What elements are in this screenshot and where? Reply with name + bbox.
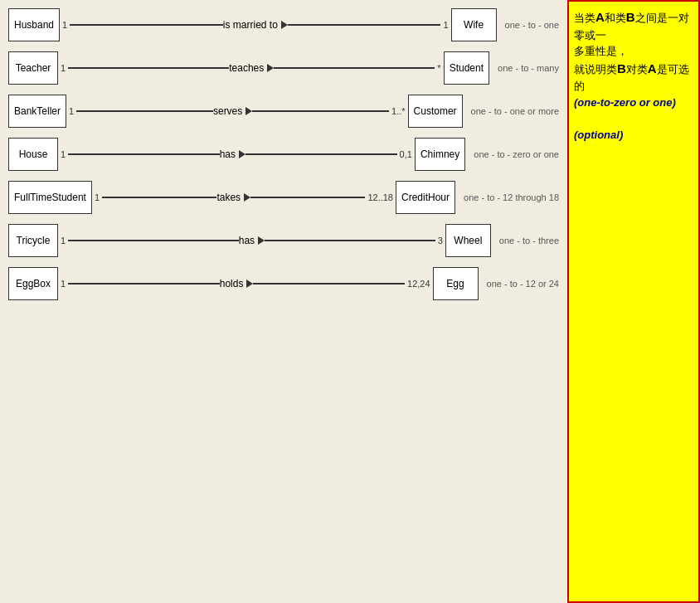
line-left-tricycle-wheel	[68, 240, 239, 241]
connector-fulltimestudent-credithour: takes	[102, 192, 365, 203]
multiplicity-bankteller-customer: one - to - one or more	[471, 106, 559, 116]
cardinality-right-tricycle-wheel: 3	[438, 236, 443, 246]
row-husband-wife: Husband1is married to 1Wifeone - to - on…	[8, 8, 559, 41]
line-left-eggbox-egg	[68, 283, 220, 284]
cardinality-left-eggbox-egg: 1	[61, 279, 66, 289]
line-left-fulltimestudent-credithour	[102, 197, 216, 198]
line-right-teacher-student	[274, 67, 435, 69]
entity-student: Student	[444, 51, 489, 85]
cardinality-left-fulltimestudent-credithour: 1	[95, 192, 100, 202]
arrow-tricycle-wheel	[258, 236, 265, 245]
connector-teacher-student: teaches	[68, 62, 435, 74]
cardinality-right-bankteller-customer: 1..*	[391, 106, 406, 116]
multiplicity-teacher-student: one - to - many	[498, 63, 559, 73]
annotation-text: 当类A和类B之间是一对零或一 多重性是， 就说明类B对类A是可选的 (one-t…	[574, 8, 693, 143]
relation-label-fulltimestudent-credithour: takes	[216, 192, 250, 203]
connector-tricycle-wheel: has	[68, 235, 435, 246]
cardinality-right-fulltimestudent-credithour: 12..18	[367, 192, 393, 202]
entity-chimney: Chimney	[415, 138, 465, 171]
bold-B2: B	[617, 61, 626, 75]
cardinality-left-teacher-student: 1	[61, 63, 66, 73]
entity-house: House	[8, 138, 58, 171]
entity-egg: Egg	[433, 267, 479, 300]
line-right-husband-wife	[288, 24, 441, 26]
line-left-husband-wife	[70, 24, 223, 26]
bold-B1: B	[626, 10, 635, 24]
relation-label-house-chimney: has	[220, 148, 245, 160]
arrow-husband-wife	[281, 21, 288, 29]
row-house-chimney: House1has 0,1Chimneyone - to - zero or o…	[8, 138, 559, 171]
arrow-eggbox-egg	[246, 280, 253, 288]
entity-credithour: CreditHour	[396, 181, 455, 214]
connector-eggbox-egg: holds	[68, 278, 405, 289]
bold-A2: A	[648, 61, 657, 75]
emphasis-optional: (optional)	[574, 129, 623, 141]
cardinality-left-tricycle-wheel: 1	[61, 236, 66, 246]
cardinality-left-bankteller-customer: 1	[69, 106, 74, 116]
cardinality-right-eggbox-egg: 12,24	[407, 279, 430, 289]
row-fulltimestudent-credithour: FullTimeStudent1takes 12..18CreditHouron…	[8, 181, 559, 214]
entity-teacher: Teacher	[8, 51, 58, 85]
multiplicity-fulltimestudent-credithour: one - to - 12 through 18	[464, 192, 559, 202]
entity-eggbox: EggBox	[8, 267, 58, 300]
connector-house-chimney: has	[68, 148, 396, 160]
cardinality-right-husband-wife: 1	[443, 20, 448, 30]
row-bankteller-customer: BankTeller1serves 1..*Customerone - to -…	[8, 95, 559, 128]
multiplicity-husband-wife: one - to - one	[505, 20, 559, 30]
arrow-house-chimney	[239, 150, 245, 158]
cardinality-left-husband-wife: 1	[62, 20, 67, 30]
line-right-bankteller-customer	[252, 110, 389, 112]
line-left-house-chimney	[68, 153, 220, 155]
connector-bankteller-customer: serves	[76, 105, 389, 117]
bold-A: A	[595, 10, 605, 24]
entity-bankteller: BankTeller	[8, 95, 66, 128]
entity-wife: Wife	[451, 8, 497, 41]
arrow-teacher-student	[267, 64, 274, 72]
line-right-fulltimestudent-credithour	[250, 197, 365, 198]
line-right-tricycle-wheel	[265, 240, 435, 241]
line-left-bankteller-customer	[76, 110, 213, 112]
row-tricycle-wheel: Tricycle1has 3Wheelone - to - three	[8, 224, 559, 257]
row-eggbox-egg: EggBox1holds 12,24Eggone - to - 12 or 24	[8, 267, 559, 300]
entity-husband: Husband	[8, 8, 60, 41]
relation-label-tricycle-wheel: has	[239, 235, 265, 246]
multiplicity-tricycle-wheel: one - to - three	[499, 236, 559, 246]
cardinality-left-house-chimney: 1	[61, 149, 66, 159]
arrow-bankteller-customer	[245, 107, 252, 115]
entity-fulltimestudent: FullTimeStudent	[8, 181, 92, 214]
relation-label-bankteller-customer: serves	[213, 105, 252, 117]
line-right-eggbox-egg	[253, 283, 405, 284]
diagram-area: Husband1is married to 1Wifeone - to - on…	[0, 0, 567, 603]
entity-customer: Customer	[408, 95, 463, 128]
relation-label-eggbox-egg: holds	[220, 278, 254, 289]
relation-label-teacher-student: teaches	[229, 62, 274, 74]
multiplicity-eggbox-egg: one - to - 12 or 24	[487, 279, 559, 289]
relation-label-husband-wife: is married to	[223, 19, 288, 31]
row-teacher-student: Teacher1teaches *Studentone - to - many	[8, 51, 559, 85]
arrow-fulltimestudent-credithour	[244, 193, 250, 202]
entity-tricycle: Tricycle	[8, 224, 58, 257]
emphasis-one-to-zero: (one-to-zero or one)	[574, 96, 676, 109]
cardinality-right-house-chimney: 0,1	[400, 149, 412, 159]
line-right-house-chimney	[245, 153, 397, 155]
line-left-teacher-student	[68, 67, 229, 69]
annotation-panel: 当类A和类B之间是一对零或一 多重性是， 就说明类B对类A是可选的 (one-t…	[567, 0, 700, 603]
entity-wheel: Wheel	[445, 224, 491, 257]
connector-husband-wife: is married to	[70, 19, 440, 31]
multiplicity-house-chimney: one - to - zero or one	[474, 149, 559, 159]
cardinality-right-teacher-student: *	[437, 63, 440, 73]
